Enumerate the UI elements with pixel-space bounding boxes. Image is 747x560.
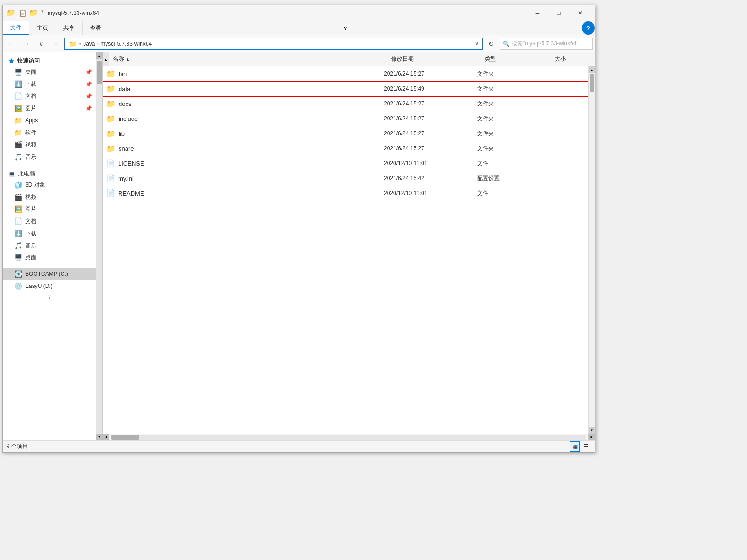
- table-row[interactable]: 📄 README 2020/12/10 11:01 文件: [103, 186, 588, 201]
- details-view-icon: ▦: [572, 443, 578, 450]
- sidebar-item-music-pc[interactable]: 🎵 音乐: [3, 239, 96, 252]
- hscroll-left-btn[interactable]: ◄: [103, 434, 109, 441]
- vscroll-down-btn[interactable]: ▼: [589, 427, 595, 434]
- sidebar-item-downloads-pc[interactable]: ⬇️ 下载: [3, 227, 96, 239]
- col-header-date[interactable]: 修改日期: [388, 55, 481, 63]
- tab-share[interactable]: 共享: [56, 21, 83, 35]
- sidebar-item-desktop-quick[interactable]: 🖥️ 桌面 📌: [3, 66, 96, 78]
- file-name-cell: 📁 data: [106, 84, 384, 93]
- file-type: 文件夹: [477, 70, 547, 78]
- file-hscrollbar[interactable]: ◄ ►: [103, 434, 595, 440]
- pin-icon: 📌: [85, 69, 92, 75]
- close-button[interactable]: ✕: [570, 5, 591, 21]
- file-name: bin: [119, 70, 127, 77]
- path-part-mysql[interactable]: mysql-5.7.33-winx64: [100, 41, 152, 47]
- col-header-name[interactable]: 名称 ▲: [109, 55, 388, 63]
- window-controls: ─ □ ✕: [527, 5, 591, 21]
- address-path[interactable]: 📁 « Java › mysql-5.7.33-winx64 ∨: [64, 38, 483, 50]
- hscroll-right-btn[interactable]: ►: [588, 434, 595, 441]
- search-box[interactable]: 🔍 搜索"mysql-5.7.33-winx64": [500, 38, 593, 50]
- table-row[interactable]: 📄 my.ini 2021/6/24 15:42 配置设置: [103, 171, 588, 186]
- tab-home[interactable]: 主页: [29, 21, 56, 35]
- sidebar-quick-access-header[interactable]: ★ 快速访问: [3, 54, 96, 66]
- forward-button[interactable]: →: [20, 37, 33, 50]
- file-date: 2021/6/24 15:27: [384, 100, 477, 107]
- back-button[interactable]: ←: [5, 37, 18, 50]
- sidebar-item-downloads-quick[interactable]: ⬇️ 下载 📌: [3, 78, 96, 90]
- main-content: ★ 快速访问 🖥️ 桌面 📌 ⬇️ 下载 📌 📄 文档 📌 🖼️ 图片: [3, 52, 595, 440]
- downloads-pc-icon: ⬇️: [14, 229, 22, 238]
- sidebar-item-documents-quick[interactable]: 📄 文档 📌: [3, 90, 96, 102]
- config-icon: 📄: [106, 174, 115, 182]
- sidebar-this-pc-header[interactable]: 💻 此电脑: [3, 167, 96, 179]
- sidebar-item-easyu[interactable]: 💿 EasyU (D:): [3, 280, 96, 292]
- file-date: 2021/6/24 15:27: [384, 115, 477, 122]
- sidebar-item-pictures-pc[interactable]: 🖼️ 图片: [3, 203, 96, 215]
- center-scroll-down[interactable]: ▼: [96, 434, 103, 440]
- maximize-button[interactable]: □: [548, 5, 570, 21]
- table-row[interactable]: 📁 share 2021/6/24 15:27 文件夹: [103, 141, 588, 156]
- ribbon-tabs: 文件 主页 共享 查看 ∨ ?: [3, 21, 595, 35]
- table-row[interactable]: 📁 data 2021/6/24 15:49 文件夹: [103, 81, 588, 96]
- file-name-cell: 📄 my.ini: [106, 174, 384, 182]
- sidebar-scroll-down[interactable]: ∨: [3, 292, 96, 302]
- sidebar-item-videos-quick[interactable]: 🎬 视频: [3, 139, 96, 151]
- sidebar-label: Apps: [25, 117, 38, 124]
- sidebar-item-bootcamp[interactable]: 💽 BOOTCAMP (C:): [3, 268, 96, 280]
- file-vscrollbar[interactable]: ▲ ▼: [588, 66, 595, 434]
- sidebar-item-3d[interactable]: 🧊 3D 对象: [3, 179, 96, 191]
- hscroll-track[interactable]: [111, 435, 586, 440]
- table-row[interactable]: 📁 lib 2021/6/24 15:27 文件夹: [103, 126, 588, 141]
- sidebar-item-desktop-pc[interactable]: 🖥️ 桌面: [3, 252, 96, 264]
- col-header-size[interactable]: 大小: [551, 55, 588, 63]
- refresh-button[interactable]: ↻: [485, 37, 498, 50]
- view-icons: ▦ ☰: [570, 441, 591, 452]
- star-icon: ★: [8, 57, 14, 65]
- sidebar-item-documents-pc[interactable]: 📄 文档: [3, 215, 96, 227]
- sidebar-item-music-quick[interactable]: 🎵 音乐: [3, 151, 96, 163]
- vscroll-up-btn[interactable]: ▲: [589, 66, 595, 73]
- table-row[interactable]: 📁 include 2021/6/24 15:27 文件夹: [103, 111, 588, 126]
- ribbon-collapse[interactable]: ∨: [339, 21, 352, 35]
- table-row[interactable]: 📄 LICENSE 2020/12/10 11:01 文件: [103, 156, 588, 171]
- view-details-btn[interactable]: ▦: [570, 441, 580, 452]
- view-list-btn[interactable]: ☰: [581, 441, 591, 452]
- folder-icon: 📁: [106, 114, 116, 123]
- path-part-java[interactable]: Java: [83, 41, 95, 47]
- dropdown-button[interactable]: ∨: [35, 37, 48, 50]
- sidebar-item-software[interactable]: 📁 软件: [3, 126, 96, 139]
- status-count: 9 个项目: [7, 442, 570, 450]
- folder-icon: 📁: [106, 70, 116, 78]
- sidebar-item-pictures-quick[interactable]: 🖼️ 图片 📌: [3, 102, 96, 114]
- explorer-window: 📁 📋 📁 ▾ mysql-5.7.33-winx64 ─ □ ✕ 文件 主页 …: [2, 5, 595, 453]
- file-icon: 📄: [106, 159, 115, 168]
- table-row[interactable]: 📁 docs 2021/6/24 15:27 文件夹: [103, 96, 588, 111]
- sidebar-label: 下载: [25, 80, 36, 88]
- center-scroll-up[interactable]: ▲: [96, 52, 103, 59]
- path-expand-icon[interactable]: ∨: [475, 41, 479, 47]
- sidebar-item-apps[interactable]: 📁 Apps: [3, 114, 96, 126]
- help-button[interactable]: ?: [582, 21, 595, 35]
- tab-file[interactable]: 文件: [3, 21, 29, 35]
- sidebar-label: 音乐: [25, 242, 36, 250]
- table-row[interactable]: 📁 bin 2021/6/24 15:27 文件夹: [103, 66, 588, 81]
- vscroll-track[interactable]: [589, 73, 595, 427]
- file-area-scroll-container: 📁 bin 2021/6/24 15:27 文件夹 📁 data 2021/6/…: [103, 66, 595, 434]
- col-header-type[interactable]: 类型: [481, 55, 551, 63]
- tab-view[interactable]: 查看: [83, 21, 109, 35]
- file-name-cell: 📁 docs: [106, 99, 384, 108]
- music-icon: 🎵: [14, 153, 22, 161]
- center-scroll-thumb[interactable]: [97, 61, 102, 84]
- file-name: README: [118, 190, 144, 197]
- up-button[interactable]: ↑: [49, 37, 63, 50]
- file-date: 2021/6/24 15:27: [384, 70, 477, 77]
- folder-icon: 📁: [106, 144, 116, 153]
- hscroll-thumb[interactable]: [111, 435, 139, 440]
- vscroll-thumb[interactable]: [590, 74, 594, 92]
- file-name-cell: 📁 lib: [106, 129, 384, 138]
- header-scroll-indicator[interactable]: ▲: [103, 52, 109, 66]
- center-scrollbar[interactable]: ▲ ▼: [96, 52, 103, 440]
- sidebar-item-videos-pc[interactable]: 🎬 视频: [3, 191, 96, 203]
- minimize-button[interactable]: ─: [527, 5, 548, 21]
- sidebar: ★ 快速访问 🖥️ 桌面 📌 ⬇️ 下载 📌 📄 文档 📌 🖼️ 图片: [3, 52, 96, 440]
